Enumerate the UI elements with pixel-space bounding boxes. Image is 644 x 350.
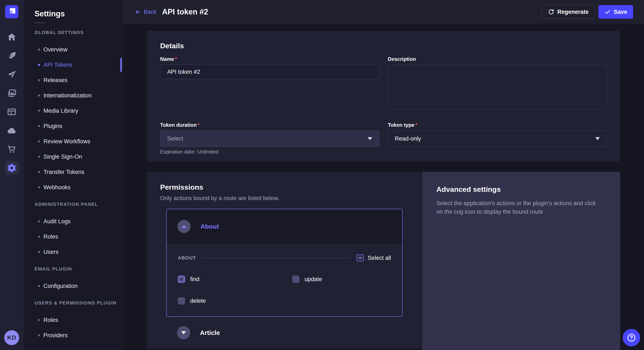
- bullet-icon: [38, 171, 40, 173]
- expiration-hint: Expiration date: Unlimited: [160, 149, 379, 155]
- nav-section-global-settings: GLOBAL SETTINGS: [34, 23, 123, 42]
- main-content: Back API token #2 Regenerate Save Detail…: [123, 0, 644, 350]
- details-card: Details Name* Description Token duration…: [147, 31, 620, 161]
- chevron-down-icon: [181, 331, 186, 334]
- advanced-settings-title: Advanced settings: [436, 185, 606, 193]
- sidebar-item-api-tokens[interactable]: API Tokens: [24, 57, 123, 72]
- name-field-group: Name*: [160, 56, 379, 110]
- bullet-icon: [38, 48, 40, 51]
- indeterminate-dash-icon: [358, 257, 362, 258]
- name-input[interactable]: [160, 65, 379, 79]
- header-actions: Regenerate Save: [542, 5, 633, 19]
- token-type-field-group: Token type* Read-only: [388, 122, 607, 155]
- sidebar-item-transfer-tokens[interactable]: Transfer Tokens: [24, 164, 123, 180]
- sidebar-item-media-library[interactable]: Media Library: [24, 103, 123, 118]
- cart-icon: [7, 144, 16, 154]
- strapi-logo-icon: [5, 5, 18, 18]
- name-label: Name*: [160, 56, 379, 62]
- about-accordion: About ABOUT Select all fi: [166, 209, 402, 317]
- bullet-icon: [38, 334, 40, 336]
- bullet-icon: [38, 79, 40, 81]
- about-section-label: ABOUT: [178, 255, 196, 261]
- chevron-down-icon: [595, 137, 600, 140]
- nav-marketplace[interactable]: [5, 143, 18, 156]
- sidebar-item-users[interactable]: Users: [24, 244, 123, 260]
- sidebar-item-up-roles[interactable]: Roles: [24, 312, 123, 328]
- nav-list-global: Overview API Tokens Releases Internation…: [24, 42, 123, 195]
- back-button[interactable]: Back: [135, 9, 156, 15]
- bullet-icon: [38, 236, 40, 238]
- bullet-icon: [38, 64, 40, 66]
- subnav-title: Settings: [34, 9, 123, 19]
- permission-action-find: find: [178, 276, 292, 283]
- nav-media-library[interactable]: [5, 86, 18, 100]
- sidebar-item-plugins[interactable]: Plugins: [24, 118, 123, 134]
- page-header: Back API token #2 Regenerate Save: [123, 0, 644, 24]
- settings-subnav: Settings GLOBAL SETTINGS Overview API To…: [24, 0, 123, 350]
- sidebar-item-overview[interactable]: Overview: [24, 42, 123, 57]
- check-icon: [604, 9, 611, 15]
- sidebar-item-audit-logs[interactable]: Audit Logs: [24, 214, 123, 229]
- nav-list-email: Configuration: [24, 278, 123, 294]
- nav-list-up: Roles Providers: [24, 312, 123, 343]
- sidebar-item-internationalization[interactable]: Internationalization: [24, 88, 123, 103]
- sidebar-item-single-sign-on[interactable]: Single Sign-On: [24, 149, 123, 164]
- sidebar-item-releases[interactable]: Releases: [24, 72, 123, 88]
- token-type-label: Token type*: [388, 122, 607, 128]
- article-accordion-header[interactable]: Article: [160, 317, 409, 349]
- section-divider: [202, 258, 351, 258]
- home-icon: [7, 32, 16, 42]
- gear-icon: [7, 163, 16, 173]
- nav-content-type-builder[interactable]: [5, 68, 18, 81]
- feather-icon: [7, 51, 16, 61]
- token-type-select[interactable]: Read-only: [388, 131, 607, 147]
- delete-checkbox[interactable]: [178, 297, 185, 305]
- sidebar-item-webhooks[interactable]: Webhooks: [24, 180, 123, 195]
- select-all-label: Select all: [368, 255, 391, 261]
- sidebar-item-configuration[interactable]: Configuration: [24, 278, 123, 294]
- sidebar-item-admin-roles[interactable]: Roles: [24, 229, 123, 244]
- cloud-icon: [7, 126, 16, 136]
- expand-toggle-button[interactable]: [177, 326, 190, 339]
- help-button[interactable]: [623, 329, 640, 347]
- nav-content-manager[interactable]: [5, 49, 18, 62]
- description-label: Description: [388, 56, 607, 62]
- update-checkbox[interactable]: [292, 276, 300, 283]
- media-icon: [7, 88, 16, 98]
- description-field-group: Description: [388, 56, 607, 110]
- nav-deploy[interactable]: [5, 124, 18, 137]
- bullet-icon: [38, 186, 40, 188]
- bullet-icon: [38, 285, 40, 287]
- collapse-toggle-button[interactable]: [178, 220, 190, 233]
- layout-icon: [7, 107, 16, 117]
- check-icon: [179, 277, 184, 282]
- description-textarea[interactable]: [388, 65, 607, 109]
- find-checkbox[interactable]: [178, 276, 185, 283]
- select-all-checkbox[interactable]: [356, 254, 364, 262]
- chevron-up-icon: [182, 225, 186, 228]
- paper-plane-icon: [7, 70, 16, 79]
- nav-settings[interactable]: [5, 161, 18, 175]
- advanced-settings-panel: Advanced settings Select the application…: [422, 172, 620, 350]
- bullet-icon: [38, 140, 40, 143]
- nav-list-admin: Audit Logs Roles Users: [24, 214, 123, 260]
- sidebar-item-providers[interactable]: Providers: [24, 328, 123, 343]
- sidebar-item-review-workflows[interactable]: Review Workflows: [24, 134, 123, 149]
- rail-divider: [0, 325, 24, 325]
- token-duration-select[interactable]: Select: [160, 131, 379, 147]
- details-title: Details: [160, 41, 607, 50]
- nav-layout[interactable]: [5, 105, 18, 119]
- bullet-icon: [38, 125, 40, 127]
- required-mark: *: [415, 122, 417, 128]
- bullet-icon: [38, 156, 40, 158]
- page-title: API token #2: [162, 7, 208, 16]
- about-accordion-header[interactable]: About: [167, 209, 402, 244]
- regenerate-button[interactable]: Regenerate: [542, 5, 595, 19]
- strapi-logo[interactable]: [5, 5, 18, 18]
- save-button[interactable]: Save: [598, 5, 633, 19]
- permission-action-update: update: [292, 276, 391, 283]
- avatar[interactable]: KD: [4, 330, 19, 345]
- bullet-icon: [38, 220, 40, 222]
- permissions-panel: Permissions Only actions bound by a rout…: [147, 172, 422, 350]
- nav-home[interactable]: [5, 30, 18, 44]
